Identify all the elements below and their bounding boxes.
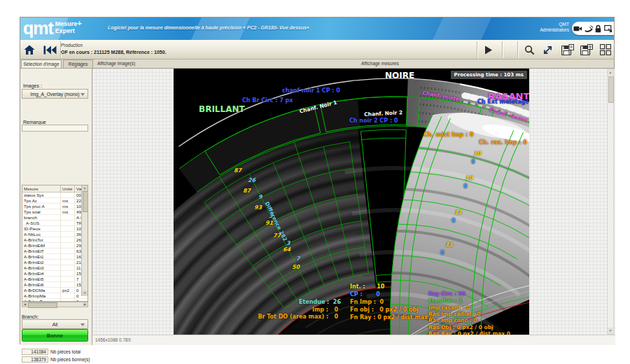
main-vertical-scrollbar[interactable]: ▲ ▼ bbox=[607, 69, 614, 335]
camera-image[interactable]: NOIREBRILLANTRASANTchanf noir 1 CP : 0Ch… bbox=[174, 69, 529, 335]
table-cell: branch bbox=[22, 215, 61, 220]
table-cell bbox=[61, 243, 75, 248]
table-cell: ms bbox=[61, 204, 75, 209]
overlay-label: 87 bbox=[243, 188, 251, 194]
overlay-label: 3 bbox=[286, 241, 290, 246]
overlay-label: Ras Imp radial : 0 bbox=[428, 312, 480, 317]
table-vertical-scrollbar[interactable]: ▲ ▼ bbox=[81, 186, 88, 296]
overlay-label: Chanf. rasant bbox=[489, 107, 528, 123]
table-row[interactable]: branchA-FINA bbox=[22, 215, 88, 220]
scroll-up-icon[interactable]: ▲ bbox=[82, 186, 88, 191]
toolbar: Production OF en cours : 211125 M288, Ré… bbox=[20, 40, 614, 59]
home-button[interactable] bbox=[22, 41, 36, 58]
branch-select[interactable]: All bbox=[22, 319, 88, 329]
overlay-label: 50 bbox=[292, 265, 300, 270]
table-cell: A-BrImpMa bbox=[22, 293, 61, 299]
col-mesure[interactable]: Mesure bbox=[22, 186, 61, 192]
image-status-bar: 1456x1088 0.78X bbox=[92, 335, 615, 345]
overlay-label: 7 bbox=[296, 256, 300, 262]
stat-label: Nb pièces total bbox=[50, 349, 80, 355]
table-row[interactable]: Tps proc Ams103 bbox=[22, 204, 88, 209]
scroll-right-icon[interactable]: ▶ bbox=[83, 302, 88, 307]
scroll-down-icon[interactable]: ▼ bbox=[82, 290, 88, 296]
table-cell: ID-Piece bbox=[22, 226, 61, 232]
play-button[interactable] bbox=[481, 41, 496, 58]
table-row[interactable]: Tps Acms2200 bbox=[22, 198, 88, 204]
table-row[interactable]: A-BrDOMapx20 bbox=[22, 288, 88, 293]
table-cell bbox=[61, 220, 75, 226]
tab-settings[interactable]: Réglages bbox=[63, 59, 93, 68]
image-select[interactable]: Img_A_Overlay (mono) bbox=[22, 89, 88, 99]
table-horizontal-scrollbar[interactable]: ◀ ▶ bbox=[22, 302, 88, 307]
table-row[interactable]: A-BrIntEt311 bbox=[22, 265, 88, 271]
table-cell: A-BrDOMa bbox=[22, 288, 61, 293]
scrollbar-thumb[interactable] bbox=[83, 191, 88, 212]
table-row[interactable]: A-BrIntTot26490 bbox=[22, 237, 88, 243]
rewind-button[interactable] bbox=[41, 41, 59, 58]
table-cell bbox=[61, 276, 75, 282]
overlay-label: 93 bbox=[254, 205, 262, 211]
stat-row: 138379Nb pièces bonne(s) bbox=[22, 356, 90, 363]
overlay-label: 0 bbox=[440, 251, 444, 256]
table-row[interactable]: A-BrImpMa0 bbox=[22, 293, 88, 299]
overlay-label: 87 bbox=[234, 168, 241, 174]
table-cell: ms bbox=[61, 198, 75, 204]
table-row[interactable]: A-BrIntEt116 bbox=[22, 254, 88, 260]
save-all-button[interactable] bbox=[578, 41, 595, 58]
desktop: qmt MesureExpert + Logiciel pour la mesu… bbox=[0, 0, 630, 364]
screen-share-icon[interactable] bbox=[604, 24, 612, 33]
remote-connection-icon[interactable] bbox=[584, 24, 593, 32]
remark-input[interactable] bbox=[22, 125, 88, 132]
col-unite[interactable]: Unité bbox=[61, 186, 75, 192]
table-cell bbox=[61, 254, 75, 260]
scrollbar-thumb[interactable] bbox=[28, 302, 57, 308]
table-row[interactable]: A-BrIntEt221 bbox=[22, 260, 88, 265]
table-cell bbox=[61, 232, 75, 237]
table-row[interactable]: A-NbLoc36 bbox=[22, 232, 88, 237]
table-cell: ms bbox=[61, 209, 75, 215]
camera-icon[interactable] bbox=[573, 25, 582, 32]
table-cell bbox=[61, 265, 75, 271]
scrollbar-thumb[interactable] bbox=[608, 76, 614, 103]
fullscreen-button[interactable] bbox=[540, 41, 555, 58]
table-row[interactable]: ID-Piece1009 bbox=[22, 226, 88, 232]
search-button[interactable] bbox=[522, 41, 537, 58]
save-image-button[interactable] bbox=[559, 41, 576, 58]
logo-subtext: MesureExpert bbox=[55, 20, 78, 38]
table-row[interactable]: Tps totalms4968 bbox=[22, 209, 88, 215]
table-row[interactable]: A-SUSTRUE bbox=[22, 220, 88, 226]
overlay-label: Chanf. Noir 1 bbox=[299, 100, 337, 115]
table-cell: A-BrIntEt1 bbox=[22, 254, 61, 260]
tab-image-selection[interactable]: Sélection d'image bbox=[21, 59, 62, 68]
measure-table[interactable]: Mesure Unité Valeur status Sys001Tps Acm… bbox=[22, 185, 88, 302]
scroll-down-icon[interactable]: ▼ bbox=[608, 328, 613, 334]
table-cell bbox=[61, 282, 75, 288]
table-cell bbox=[61, 215, 75, 220]
tab-image-display[interactable]: Affichage image(s) bbox=[97, 59, 135, 68]
logo-plus: + bbox=[77, 19, 81, 38]
overlay-label: Imp rasant : 0 bbox=[428, 305, 470, 311]
image-select-value: Img_A_Overlay (mono) bbox=[30, 92, 79, 97]
toolbar-separator bbox=[477, 41, 477, 58]
status-badge[interactable]: Bonne bbox=[22, 329, 88, 342]
lock-icon[interactable] bbox=[594, 24, 602, 33]
overlay-label: 10 bbox=[473, 151, 481, 157]
scroll-left-icon[interactable]: ◀ bbox=[22, 302, 27, 307]
table-row[interactable]: A-BrIntEtM29 bbox=[22, 243, 88, 248]
chevron-down-icon bbox=[80, 93, 85, 96]
table-row[interactable]: A-BrIntEt415 bbox=[22, 271, 88, 276]
scroll-up-icon[interactable]: ▲ bbox=[608, 69, 613, 76]
layout-button[interactable] bbox=[597, 41, 614, 58]
overlay-label: 77 bbox=[273, 233, 281, 239]
processing-time-badge: Processing time : 103 ms bbox=[451, 71, 527, 79]
overlay-label: Imp : 0 bbox=[312, 307, 338, 313]
table-row[interactable]: A-BrIntEt57 bbox=[22, 276, 88, 282]
table-header-row: Mesure Unité Valeur bbox=[22, 186, 88, 192]
app-subtitle: Logiciel pour la mesure dimensionnelle à… bbox=[108, 25, 309, 30]
app-window: qmt MesureExpert + Logiciel pour la mesu… bbox=[20, 17, 615, 344]
table-row[interactable]: status Sys001 bbox=[22, 192, 88, 198]
system-tray bbox=[572, 22, 614, 35]
table-row[interactable]: A-BrIntEt615 bbox=[22, 282, 88, 288]
table-row[interactable]: A-BrIntEtT639 bbox=[22, 248, 88, 254]
tab-measure-display[interactable]: Affichage mesures bbox=[361, 59, 399, 68]
